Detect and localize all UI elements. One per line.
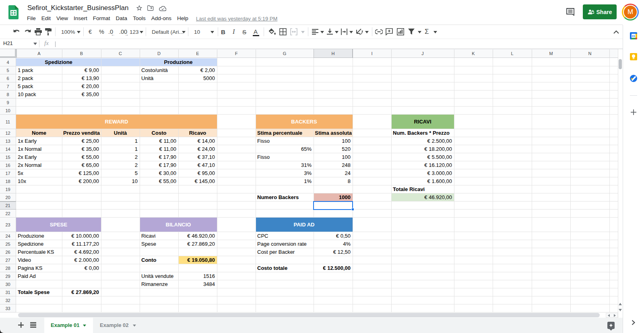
svg-text:31: 31 bbox=[632, 34, 635, 38]
